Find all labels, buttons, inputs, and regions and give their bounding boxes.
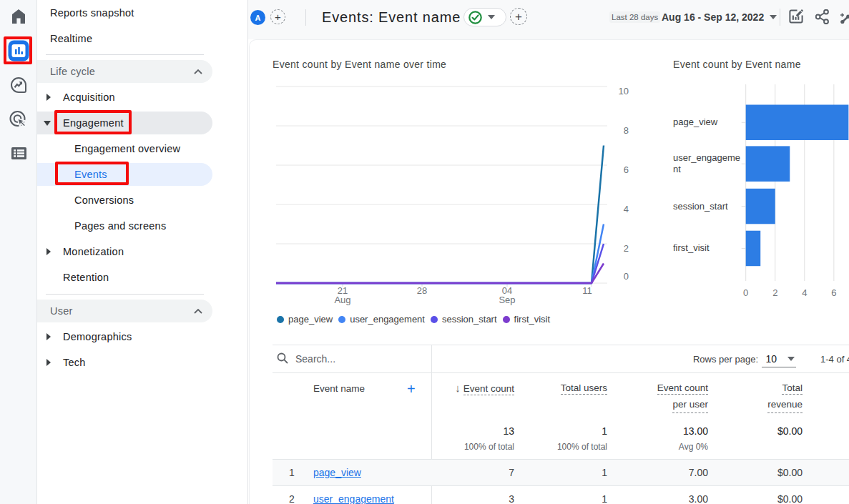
row-index: 1 [289, 467, 295, 478]
advertising-nav-button[interactable] [0, 110, 37, 129]
edit-report-icon [789, 9, 803, 24]
cell-revenue: $0.00 [777, 493, 803, 504]
sidebar-item-label: Reports snapshot [50, 7, 134, 19]
sidebar-item-tech[interactable]: Tech [37, 350, 248, 375]
rows-per-page-label: Rows per page: [693, 354, 758, 365]
column-header-event-name[interactable]: Event name [313, 383, 365, 394]
svg-text:6: 6 [624, 164, 629, 175]
avatar[interactable]: A [250, 10, 265, 25]
chevron-up-icon [194, 309, 202, 314]
sidebar-item-retention[interactable]: Retention [37, 265, 248, 290]
svg-text:10: 10 [619, 86, 629, 97]
svg-text:8: 8 [624, 125, 629, 136]
svg-text:11: 11 [582, 285, 592, 296]
svg-text:0: 0 [624, 271, 629, 282]
page-title: Events: Event name [322, 9, 461, 26]
list-icon [11, 147, 26, 159]
totals-event-count: 13 [503, 425, 514, 437]
column-header-event-count[interactable]: ↓Event count [455, 381, 514, 396]
report-status-button[interactable] [463, 8, 506, 26]
expand-arrow-icon [46, 94, 51, 101]
sidebar-item-conversions[interactable]: Conversions [37, 187, 248, 213]
totals-per-user-sub: Avg 0% [679, 442, 708, 452]
ga4-app: Reports snapshot Realtime Life cycle Acq… [0, 0, 849, 504]
column-header-total-revenue[interactable]: Total revenue [767, 381, 803, 413]
explore-nav-button[interactable] [0, 76, 37, 94]
expand-arrow-icon [46, 248, 51, 255]
date-preset-badge: Last 28 days [609, 11, 660, 23]
sidebar-item-pages-and-screens[interactable]: Pages and screens [37, 213, 248, 239]
svg-text:28: 28 [417, 285, 427, 296]
annotation-box-engagement [54, 110, 132, 134]
sidebar-item-label: Demographics [63, 331, 132, 342]
sidebar-item-reports-snapshot[interactable]: Reports snapshot [37, 0, 248, 26]
svg-text:6: 6 [831, 287, 836, 298]
svg-text:Sep: Sep [499, 295, 515, 305]
search-input[interactable]: Search... [295, 353, 335, 365]
sidebar-item-engagement-overview[interactable]: Engagement overview [37, 136, 248, 162]
legend-label: session_start [442, 314, 497, 325]
home-icon [10, 9, 27, 24]
sidebar-item-label: Conversions [74, 194, 134, 206]
column-header-total-users[interactable]: Total users [561, 381, 607, 395]
legend-item: session_start [431, 314, 497, 325]
section-label: User [50, 305, 73, 317]
sidebar-item-label: Retention [63, 272, 109, 283]
row-divider [273, 485, 849, 486]
row-index: 2 [289, 493, 295, 504]
column-header-event-count-per-user[interactable]: Event count per user [657, 381, 708, 413]
sidebar-item-monetization[interactable]: Monetization [37, 239, 248, 265]
line-chart: 024681021Aug2804Sep11 [250, 40, 650, 340]
add-comparison-button[interactable]: + [270, 9, 285, 24]
svg-text:0: 0 [743, 287, 748, 298]
bar-category-label: first_visit [673, 242, 742, 254]
add-dimension-button[interactable]: + [407, 381, 416, 397]
cell-total-users: 1 [602, 493, 607, 504]
sidebar-item-label: Pages and screens [74, 220, 166, 232]
explore-icon [10, 76, 27, 94]
sidebar-item-label: Realtime [50, 33, 92, 44]
chevron-up-icon [194, 69, 202, 74]
event-name-link[interactable]: user_engagement [313, 493, 394, 504]
annotation-box-events [55, 162, 129, 185]
select-underline [762, 367, 796, 367]
report-nav: Reports snapshot Realtime Life cycle Acq… [37, 0, 248, 504]
sidebar-item-realtime[interactable]: Realtime [37, 26, 248, 51]
cell-total-users: 1 [602, 467, 607, 478]
sidebar-item-acquisition[interactable]: Acquisition [37, 84, 248, 110]
sidebar-section-lifecycle[interactable]: Life cycle [37, 59, 248, 84]
header-divider [305, 9, 306, 26]
nav-rail [0, 0, 37, 504]
header-divider [780, 9, 780, 26]
insights-button[interactable] [840, 9, 849, 25]
sidebar-item-demographics[interactable]: Demographics [37, 324, 248, 350]
share-report-button[interactable] [815, 9, 829, 24]
totals-event-count-sub: 100% of total [464, 442, 514, 452]
home-nav-button[interactable] [0, 9, 37, 24]
chart-legend: page_viewuser_engagementsession_startfir… [277, 314, 550, 325]
configure-nav-button[interactable] [0, 147, 37, 159]
sort-descending-icon: ↓ [455, 382, 461, 394]
rows-per-page-select[interactable]: 10 [765, 353, 777, 365]
customize-report-button[interactable] [789, 9, 803, 24]
chevron-down-icon [488, 15, 495, 19]
svg-text:Aug: Aug [334, 295, 350, 305]
legend-item: page_view [277, 314, 333, 325]
sidebar-item-label: Tech [63, 357, 86, 368]
bar-category-label: page_view [673, 117, 742, 128]
legend-item: user_engagement [338, 314, 425, 325]
report-body: Event count by Event name over time 0246… [249, 39, 849, 504]
date-range-selector[interactable]: Aug 16 - Sep 12, 2022 [662, 11, 764, 23]
sidebar-item-label: Monetization [63, 246, 124, 257]
totals-revenue: $0.00 [777, 425, 803, 437]
chevron-down-icon [770, 15, 777, 19]
bar-category-label: user_engagement [673, 152, 742, 175]
annotation-box-reports-icon [4, 36, 32, 64]
add-report-button[interactable]: + [510, 8, 527, 25]
legend-dot [338, 316, 345, 323]
sidebar-section-user[interactable]: User [37, 298, 248, 324]
event-name-link[interactable]: page_view [313, 467, 361, 478]
cell-per-user: 7.00 [689, 467, 708, 478]
bar-category-label: session_start [673, 201, 742, 212]
svg-text:2: 2 [624, 243, 629, 254]
